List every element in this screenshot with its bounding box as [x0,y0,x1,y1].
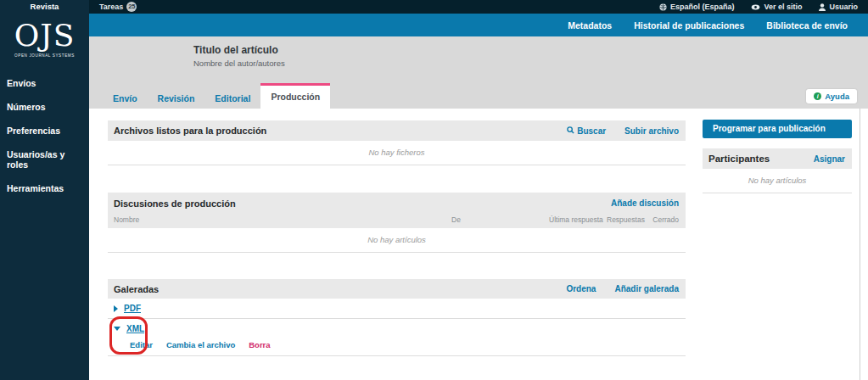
galley-link-pdf[interactable]: PDF [124,304,141,313]
sidebar-item-usuarios-roles[interactable]: Usuarios/as y roles [0,142,89,176]
sidebar-item-numeros[interactable]: Números [0,95,89,119]
sidebar-item-envios[interactable]: Envíos [0,71,89,95]
user-label: Usuario [829,3,858,11]
help-button[interactable]: i Ayuda [806,89,857,103]
column-de: De [451,215,549,224]
add-galley-button[interactable]: Añadir galerada [614,284,679,293]
page-edge-divider [860,109,860,380]
workflow-tabs: Envío Revisión Editorial Producción [103,83,330,109]
article-authors: Nombre del autor/autores [193,59,285,68]
view-site-link[interactable]: Ver el sitio [751,3,802,11]
production-files-panel: Archivos listos para la producción Busca… [108,120,686,165]
right-column: Programar para publicación Participantes… [703,109,852,193]
eye-icon [751,4,760,10]
production-discussions-panel: Discusiones de producción Añade discusió… [108,193,686,253]
galleys-panel: Galeradas Ordena Añadir galerada PDF XML [108,279,686,356]
galleys-title: Galeradas [114,284,159,294]
add-discussion-button[interactable]: Añade discusión [611,198,679,208]
info-icon: i [814,92,821,100]
assign-participant-button[interactable]: Asignar [814,154,845,164]
galleys-header: Galeradas Ordena Añadir galerada [108,279,686,299]
edit-galley-link[interactable]: Editar [130,340,153,349]
change-file-link[interactable]: Cambia el archivo [166,340,235,349]
nav-historial-publicaciones[interactable]: Historial de publicaciones [634,20,744,31]
top-bar: Tareas 25 Español (España) Ver el sitio … [89,0,868,14]
sidebar-item-preferencias[interactable]: Preferencias [0,119,89,142]
galley-row-pdf: PDF [108,299,686,319]
nav-biblioteca-envio[interactable]: Biblioteca de envío [766,20,848,31]
help-label: Ayuda [825,92,849,101]
collapse-arrow-icon[interactable] [114,327,120,331]
tasks-label: Tareas [99,3,123,11]
tab-produccion[interactable]: Producción [260,83,330,109]
expand-arrow-icon[interactable] [114,305,118,312]
article-title: Titulo del artículo [193,44,278,56]
ojs-logo-subtext: OPEN JOURNAL SYSTEMS [0,53,89,58]
delete-galley-link[interactable]: Borra [249,340,270,349]
language-menu[interactable]: Español (España) [659,3,735,11]
user-icon [819,3,826,11]
language-label: Español (España) [670,3,735,11]
sidebar-menu: Envíos Números Preferencias Usuarios/as … [0,71,89,200]
search-icon [567,126,574,136]
discussions-empty: No hay artículos [108,228,686,253]
discussions-header: Discusiones de producción Añade discusió… [108,193,686,214]
discussions-title: Discusiones de producción [114,198,236,209]
galley-group-xml: XML Editar Cambia el archivo Borra [108,319,686,356]
tab-envio[interactable]: Envío [103,83,148,109]
view-site-label: Ver el sitio [764,3,802,11]
schedule-publication-button[interactable]: Programar para publicación [703,120,852,138]
tab-revision[interactable]: Revisión [148,83,205,109]
column-ultima-respuesta: Última respuesta [549,215,607,224]
order-galleys-button[interactable]: Ordena [566,284,596,293]
ojs-logo-text: OJS [0,19,89,53]
search-button[interactable]: Buscar [567,126,606,136]
production-files-title: Archivos listos para la producción [114,126,266,136]
production-files-empty: No hay ficheros [108,141,686,165]
participants-empty: No hay artículos [703,169,852,193]
sidebar-item-herramientas[interactable]: Herramientas [0,176,89,200]
galley-link-xml[interactable]: XML [126,324,144,333]
column-respuestas: Respuestas [607,215,647,224]
participants-header: Participantes Asignar [703,148,852,169]
submission-nav-bar: Metadatos Historial de publicaciones Bib… [89,14,868,36]
ojs-production-page: Revista OJS OPEN JOURNAL SYSTEMS Envíos … [0,0,868,380]
production-files-header: Archivos listos para la producción Busca… [108,120,686,141]
tasks-button[interactable]: Tareas 25 [89,2,137,12]
tasks-count-badge: 25 [126,2,137,12]
column-nombre: Nombre [114,215,451,224]
galley-row-xml: XML [108,319,686,338]
journal-name: Revista [0,0,89,14]
upload-file-button[interactable]: Subir archivo [624,126,679,136]
ojs-logo: OJS OPEN JOURNAL SYSTEMS [0,19,89,58]
content-area: Archivos listos para la producción Busca… [89,109,868,380]
column-cerrado: Cerrado [647,215,679,224]
search-label: Buscar [577,126,606,136]
nav-metadatos[interactable]: Metadatos [568,20,612,31]
discussions-column-headers: Nombre De Última respuesta Respuestas Ce… [108,214,686,228]
submission-header-band: Titulo del artículo Nombre del autor/aut… [89,36,868,109]
topbar-right: Español (España) Ver el sitio Usuario [659,3,868,11]
participants-panel: Participantes Asignar No hay artículos [703,148,852,193]
participants-title: Participantes [708,154,770,164]
user-menu[interactable]: Usuario [819,3,858,11]
xml-galley-actions: Editar Cambia el archivo Borra [108,338,686,355]
tab-editorial[interactable]: Editorial [204,83,260,109]
globe-icon [659,3,667,11]
sidebar: Revista OJS OPEN JOURNAL SYSTEMS Envíos … [0,0,89,380]
